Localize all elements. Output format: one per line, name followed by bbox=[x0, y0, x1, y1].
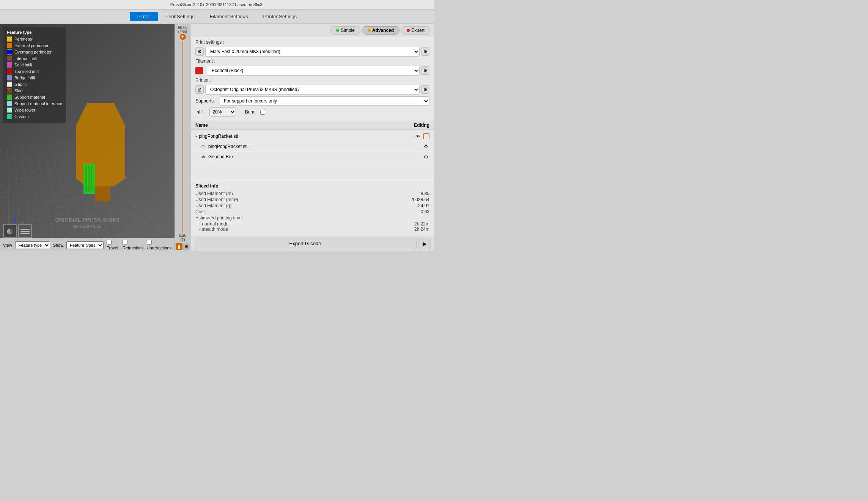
tab-plater[interactable]: Plater bbox=[130, 12, 158, 21]
legend-color-swatch bbox=[7, 88, 12, 93]
printer-row: Printer : bbox=[195, 77, 429, 83]
sliced-key: Used Filament (g) bbox=[195, 203, 231, 208]
retractions-checkbox[interactable] bbox=[123, 240, 127, 245]
lock-icon bbox=[177, 244, 181, 249]
legend-item-label: Gap fill bbox=[14, 82, 27, 87]
legend-item-label: Internal infill bbox=[14, 56, 37, 61]
legend-item: Perimeter bbox=[7, 36, 62, 42]
printer-select[interactable]: Octoprint Original Prusa i3 MK3S (modifi… bbox=[205, 85, 420, 95]
brim-label: Brim: bbox=[245, 109, 256, 115]
legend-color-swatch bbox=[7, 95, 12, 100]
tab-filament-settings[interactable]: Filament Settings bbox=[202, 12, 255, 21]
legend-color-swatch bbox=[7, 49, 12, 55]
table-row[interactable]: □ pingPongRacket.stl ⚙ bbox=[191, 142, 434, 152]
export-icon-btn[interactable]: ▶ bbox=[418, 238, 431, 249]
svg-marker-0 bbox=[76, 103, 125, 186]
legend-item: Bridge infill bbox=[7, 75, 62, 80]
unretractions-checkbox[interactable] bbox=[147, 240, 152, 245]
stealth-mode-row: - stealth mode 2h 24m bbox=[199, 227, 429, 232]
ruler-line bbox=[182, 41, 183, 233]
tab-printer-settings[interactable]: Printer Settings bbox=[255, 12, 304, 21]
legend-color-swatch bbox=[7, 62, 12, 68]
svg-rect-4 bbox=[88, 165, 90, 192]
obj-actions: ⚙ bbox=[392, 143, 429, 150]
sliced-key: Used Filament (mm³) bbox=[195, 197, 238, 202]
edit-indicator bbox=[423, 133, 429, 139]
prusa-logo: ORIGINAL PRUSA i3 MK3 by Josef Prusa bbox=[55, 217, 120, 229]
legend-color-swatch bbox=[7, 43, 12, 48]
filament-select[interactable]: Econofil (Black) bbox=[207, 66, 420, 76]
legend-item-label: Wipe tower bbox=[14, 108, 35, 112]
filament-input-row: Econofil (Black) ⚙ bbox=[195, 66, 429, 76]
feature-legend: Feature type PerimeterExternal perimeter… bbox=[3, 27, 66, 123]
show-label: Show bbox=[53, 243, 64, 247]
mode-simple-btn[interactable]: Simple bbox=[330, 26, 360, 35]
legend-item: Top solid infill bbox=[7, 69, 62, 74]
print-settings-config-btn[interactable]: ⚙ bbox=[421, 47, 429, 56]
filament-wrap: Econofil (Black) ⚙ bbox=[195, 66, 429, 76]
svg-marker-7 bbox=[14, 216, 16, 218]
print-settings-wrap: ⚙ Mary Fast 0.20mm MK3 (modified) ⚙ bbox=[195, 47, 429, 57]
sliced-key: Used Filament (m) bbox=[195, 191, 233, 196]
brim-checkbox[interactable] bbox=[260, 110, 265, 115]
legend-item-label: Perimeter bbox=[14, 37, 33, 41]
table-row[interactable]: ▾ pingPongRacket.stl 👁 bbox=[191, 131, 434, 142]
printer-icon: 🖨 bbox=[195, 85, 204, 94]
filament-color-swatch[interactable] bbox=[195, 67, 203, 74]
object-name: Generic-Box bbox=[208, 154, 392, 159]
legend-color-swatch bbox=[7, 101, 12, 106]
printer-config-btn[interactable]: ⚙ bbox=[421, 85, 429, 94]
expand-icon: ▾ bbox=[195, 134, 197, 139]
view-select[interactable]: Feature type bbox=[15, 241, 50, 249]
title-bar: PrusaSlicer-2.2.0+-202003211132 based on… bbox=[0, 0, 434, 9]
stl-icon: □ bbox=[200, 143, 206, 150]
infill-row: Infill: 20% Brim: bbox=[195, 107, 429, 117]
settings-btn[interactable]: ⚙ bbox=[423, 143, 429, 150]
retractions-label: Retractions bbox=[123, 240, 144, 250]
obj-actions: 👁 bbox=[392, 133, 429, 140]
sliced-info: Sliced Info Used Filament (m)8.35Used Fi… bbox=[191, 180, 434, 235]
infill-label: Infill: bbox=[195, 109, 205, 115]
advanced-dot bbox=[368, 29, 371, 32]
filament-config-btn[interactable]: ⚙ bbox=[421, 66, 429, 75]
legend-item: Gap fill bbox=[7, 82, 62, 87]
unretractions-label: Unretractions bbox=[147, 240, 171, 250]
tab-print-settings[interactable]: Print Settings bbox=[158, 12, 202, 21]
sliced-title: Sliced Info bbox=[195, 183, 429, 189]
supports-select[interactable]: For support enforcers only bbox=[220, 96, 429, 106]
show-select[interactable]: Feature types bbox=[66, 241, 104, 249]
ruler-plus-btn[interactable]: + bbox=[180, 34, 186, 40]
printer-wrap: 🖨 Octoprint Original Prusa i3 MK3S (modi… bbox=[195, 85, 429, 95]
sliced-val: 0.63 bbox=[421, 209, 429, 214]
mode-advanced-btn[interactable]: Advanced bbox=[362, 26, 399, 35]
table-row[interactable]: ✉ Generic-Box ⚙ bbox=[191, 152, 434, 162]
lock-btn[interactable] bbox=[176, 243, 182, 250]
travel-checkbox[interactable] bbox=[107, 240, 112, 245]
print-settings-gear[interactable]: ⚙ bbox=[195, 47, 204, 56]
view-cube[interactable] bbox=[3, 224, 17, 238]
infill-select[interactable]: 20% bbox=[209, 107, 236, 117]
export-gcode-btn[interactable]: Export G-code bbox=[194, 238, 417, 249]
svg-rect-3 bbox=[85, 165, 87, 192]
view-tools bbox=[3, 224, 32, 238]
travel-label: Travel bbox=[107, 240, 120, 250]
supports-label: Supports: bbox=[195, 98, 218, 104]
layer-line bbox=[20, 231, 30, 232]
layers-view-btn[interactable] bbox=[18, 224, 32, 238]
legend-item-label: Solid infill bbox=[14, 63, 32, 67]
ruler-settings-btn[interactable]: ⚙ bbox=[183, 243, 190, 250]
obj-actions: ⚙ bbox=[392, 153, 429, 160]
svg-rect-1 bbox=[95, 186, 110, 202]
filament-row: Filament : bbox=[195, 58, 429, 64]
legend-item-label: Top solid infill bbox=[14, 69, 39, 74]
mode-expert-btn[interactable]: Expert bbox=[401, 26, 430, 35]
sliced-row: Used Filament (mm³)20088.64 bbox=[195, 197, 429, 202]
layer-line bbox=[20, 229, 30, 230]
legend-item-label: Support material interface bbox=[14, 101, 62, 106]
print-settings-select[interactable]: Mary Fast 0.20mm MK3 (modified) bbox=[205, 47, 420, 57]
visibility-btn[interactable]: 👁 bbox=[414, 133, 421, 140]
app-title: PrusaSlicer-2.2.0+-202003211132 based on… bbox=[170, 2, 264, 7]
layer-line bbox=[20, 233, 30, 234]
settings-btn[interactable]: ⚙ bbox=[423, 153, 429, 160]
legend-item: Wipe tower bbox=[7, 107, 62, 113]
